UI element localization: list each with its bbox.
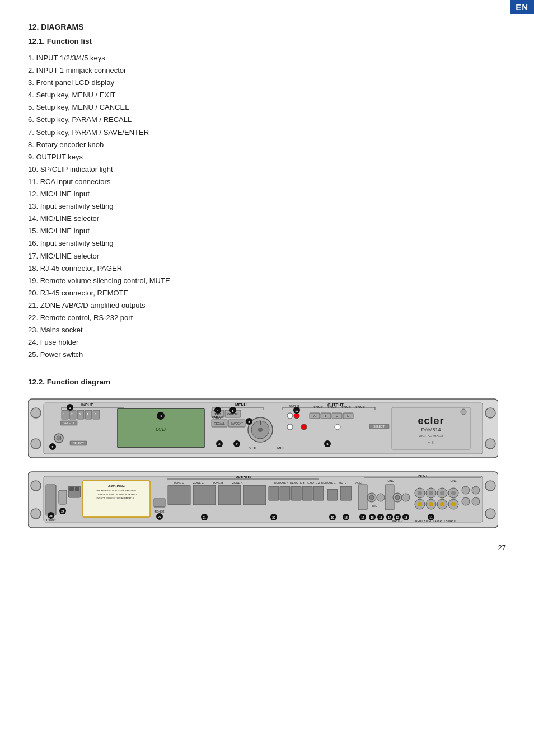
svg-text:16: 16 [379,516,382,519]
list-item: 19. Remote volume silencing control, MUT… [28,275,506,287]
page-number: 27 [498,543,506,552]
svg-rect-145 [302,486,312,500]
svg-text:SAVE/ENT: SAVE/ENT [231,422,243,425]
list-item: 12. MIC/LINE input [28,188,506,200]
svg-text:INPUT 4: INPUT 4 [425,519,436,523]
svg-point-163 [377,494,385,501]
svg-rect-11 [69,410,76,419]
svg-text:19: 19 [331,516,334,519]
svg-text:14: 14 [388,516,391,519]
svg-point-181 [418,502,422,506]
svg-point-57 [258,428,263,432]
svg-rect-118 [154,499,165,507]
svg-text:DIGITAL MIXER: DIGITAL MIXER [419,434,443,438]
svg-point-72 [287,424,293,430]
svg-point-187 [440,491,444,495]
svg-point-74 [335,424,340,430]
svg-point-201 [462,486,470,494]
list-item: 23. Mains socket [28,324,506,336]
list-item: 4. Setup key, MENU / EXIT [28,89,506,101]
svg-text:D: D [347,414,349,417]
svg-text:ZONE: ZONE [327,406,337,409]
svg-rect-107 [59,490,67,504]
svg-point-183 [429,491,433,495]
svg-text:C: C [336,414,338,417]
svg-text:DO NOT EXPOSE THIS APPARATUS..: DO NOT EXPOSE THIS APPARATUS... [96,497,136,500]
svg-point-100 [31,509,41,519]
svg-point-102 [485,509,495,519]
list-item: 5. Setup key, MENU / CANCEL [28,101,506,114]
list-item: 13. Input sensitivity setting [28,200,506,213]
svg-text:1: 1 [63,412,65,416]
list-item: 18. RJ-45 connector, PAGER [28,262,506,275]
svg-text:10: 10 [295,409,298,412]
svg-point-202 [462,497,470,505]
svg-rect-155 [358,485,367,510]
list-item: 10. SP/CLIP indicator light [28,163,506,176]
list-item: 20. RJ-45 connector, REMOTE [28,287,506,299]
svg-point-73 [301,424,307,430]
svg-rect-103 [46,485,56,515]
svg-text:DAM514: DAM514 [421,427,441,433]
section-title: 12. DIAGRAMS [28,22,506,31]
svg-text:ecler: ecler [418,415,444,426]
svg-text:5: 5 [95,412,96,416]
svg-text:2: 2 [71,412,73,416]
svg-point-25 [57,436,61,440]
list-item: 7. Setup key, PARAM / SAVE/ENTER [28,126,506,139]
svg-point-179 [418,491,422,495]
svg-point-174 [402,494,410,501]
svg-rect-129 [193,485,216,505]
svg-rect-150 [340,486,352,500]
svg-rect-14 [93,410,100,419]
svg-text:LINE: LINE [450,479,457,482]
list-item: 2. INPUT 1 minijack connector [28,64,506,77]
svg-text:13: 13 [404,516,407,519]
svg-point-66 [294,413,299,419]
list-item: 6. Setup key, PARAM / RECALL [28,114,506,126]
svg-text:ZONE A: ZONE A [232,481,243,485]
svg-text:PARAM: PARAM [212,416,223,419]
svg-text:MUTE: MUTE [339,481,347,485]
svg-point-95 [461,409,466,415]
svg-point-99 [31,481,41,491]
front-panel-diagram: INPUT 1 2 3 4 5 1 SELECT [28,396,498,461]
svg-text:ZONE D: ZONE D [174,481,184,485]
svg-text:25: 25 [49,514,53,518]
svg-text:SELECT: SELECT [63,421,74,425]
function-diagram-title: 12.2. Function diagram [28,378,506,386]
list-item: 11. RCA input connectors [28,176,506,188]
svg-point-101 [485,481,495,491]
svg-text:24: 24 [61,510,64,513]
svg-text:ZONE B: ZONE B [213,481,223,485]
svg-text:THIS APPARATUS MUST BE EARTHED: THIS APPARATUS MUST BE EARTHED... [95,489,138,492]
svg-point-198 [451,491,456,495]
svg-text:INPUT 3: INPUT 3 [414,519,425,523]
svg-point-4 [485,408,495,418]
list-item: 21. ZONE A/B/C/D amplified outputs [28,299,506,312]
svg-text:20: 20 [272,516,275,519]
svg-text:VOL.: VOL. [249,446,258,450]
svg-point-185 [429,502,433,506]
svg-rect-147 [327,489,338,500]
list-item: 1. INPUT 1/2/3/4/5 keys [28,52,506,64]
svg-rect-10 [62,410,68,419]
svg-rect-143 [280,486,290,500]
list-item: 25. Power switch [28,349,506,361]
list-item: 24. Fuse holder [28,336,506,349]
svg-text:INPUT 5: INPUT 5 [437,519,447,523]
svg-text:3: 3 [79,412,81,416]
svg-text:⚠ WARNING: ⚠ WARNING [108,484,125,487]
diagram-section: 12.2. Function diagram INPUT [28,378,506,529]
svg-rect-146 [313,486,324,500]
svg-text:15: 15 [371,516,374,519]
svg-text:INPUT 2: INPUT 2 [392,519,402,523]
svg-text:REMOTE 2: REMOTE 2 [306,481,320,485]
svg-point-189 [440,502,444,506]
svg-point-204 [472,497,480,505]
svg-text:PAGER: PAGER [354,481,364,485]
svg-text:LINE: LINE [387,479,394,482]
svg-text:3: 3 [160,414,162,418]
svg-rect-111 [69,487,74,491]
svg-text:TO PREVENT FIRE OR SHOCK HAZAR: TO PREVENT FIRE OR SHOCK HAZARD... [95,493,139,496]
